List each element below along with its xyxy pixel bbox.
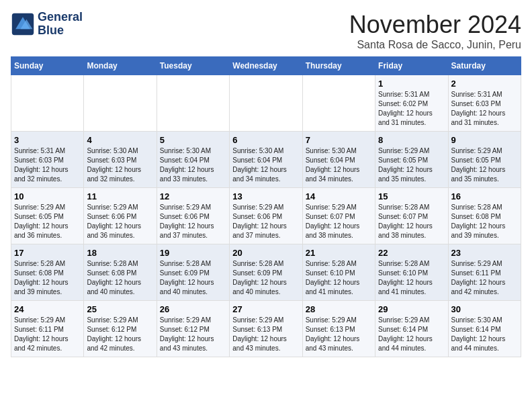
day-info: Sunrise: 5:29 AM Sunset: 6:13 PM Dayligh…	[232, 316, 299, 353]
weekday-header-friday: Friday	[375, 57, 448, 75]
day-cell: 10Sunrise: 5:29 AM Sunset: 6:05 PM Dayli…	[11, 188, 84, 244]
day-number: 13	[232, 191, 299, 201]
day-number: 15	[378, 191, 445, 201]
week-row-3: 10Sunrise: 5:29 AM Sunset: 6:05 PM Dayli…	[11, 188, 521, 244]
day-cell: 25Sunrise: 5:29 AM Sunset: 6:12 PM Dayli…	[84, 301, 157, 357]
header: General Blue November 2024 Santa Rosa de…	[11, 11, 521, 51]
day-number: 2	[451, 79, 518, 89]
day-info: Sunrise: 5:30 AM Sunset: 6:14 PM Dayligh…	[451, 316, 518, 353]
day-number: 19	[160, 248, 226, 258]
calendar-table: SundayMondayTuesdayWednesdayThursdayFrid…	[11, 56, 521, 357]
day-info: Sunrise: 5:29 AM Sunset: 6:06 PM Dayligh…	[160, 203, 226, 240]
day-cell: 8Sunrise: 5:29 AM Sunset: 6:05 PM Daylig…	[375, 132, 448, 188]
day-number: 6	[232, 135, 299, 145]
day-number: 10	[14, 191, 81, 201]
day-info: Sunrise: 5:29 AM Sunset: 6:05 PM Dayligh…	[14, 203, 81, 240]
day-info: Sunrise: 5:31 AM Sunset: 6:02 PM Dayligh…	[378, 90, 445, 128]
day-number: 18	[87, 248, 153, 258]
day-cell: 1Sunrise: 5:31 AM Sunset: 6:02 PM Daylig…	[375, 75, 448, 132]
weekday-header-monday: Monday	[84, 57, 157, 75]
day-number: 22	[378, 248, 445, 258]
title-area: November 2024 Santa Rosa de Sacco, Junin…	[349, 11, 521, 51]
day-cell: 19Sunrise: 5:28 AM Sunset: 6:09 PM Dayli…	[157, 244, 229, 301]
day-number: 25	[87, 304, 153, 314]
day-cell: 28Sunrise: 5:29 AM Sunset: 6:13 PM Dayli…	[302, 301, 375, 357]
day-cell	[230, 75, 302, 132]
day-cell: 4Sunrise: 5:30 AM Sunset: 6:03 PM Daylig…	[84, 132, 157, 188]
day-cell: 5Sunrise: 5:30 AM Sunset: 6:04 PM Daylig…	[157, 132, 229, 188]
logo-icon	[11, 12, 35, 36]
day-number: 5	[160, 135, 226, 145]
day-info: Sunrise: 5:29 AM Sunset: 6:12 PM Dayligh…	[160, 316, 226, 353]
day-cell	[84, 75, 157, 132]
day-cell: 23Sunrise: 5:29 AM Sunset: 6:11 PM Dayli…	[448, 244, 521, 301]
day-info: Sunrise: 5:29 AM Sunset: 6:06 PM Dayligh…	[232, 203, 299, 240]
day-number: 16	[451, 191, 518, 201]
day-info: Sunrise: 5:30 AM Sunset: 6:04 PM Dayligh…	[160, 146, 226, 184]
day-info: Sunrise: 5:28 AM Sunset: 6:08 PM Dayligh…	[14, 259, 81, 297]
month-title: November 2024	[349, 11, 521, 39]
day-info: Sunrise: 5:28 AM Sunset: 6:10 PM Dayligh…	[306, 259, 372, 297]
day-info: Sunrise: 5:29 AM Sunset: 6:06 PM Dayligh…	[87, 203, 153, 240]
day-info: Sunrise: 5:28 AM Sunset: 6:08 PM Dayligh…	[87, 259, 153, 297]
logo: General Blue	[11, 11, 83, 38]
day-cell: 14Sunrise: 5:29 AM Sunset: 6:07 PM Dayli…	[302, 188, 375, 244]
day-cell: 6Sunrise: 5:30 AM Sunset: 6:04 PM Daylig…	[230, 132, 302, 188]
day-number: 1	[378, 79, 445, 89]
week-row-4: 17Sunrise: 5:28 AM Sunset: 6:08 PM Dayli…	[11, 244, 521, 301]
weekday-header-sunday: Sunday	[11, 57, 84, 75]
day-number: 17	[14, 248, 81, 258]
day-info: Sunrise: 5:30 AM Sunset: 6:03 PM Dayligh…	[87, 146, 153, 184]
day-info: Sunrise: 5:29 AM Sunset: 6:07 PM Dayligh…	[306, 203, 372, 240]
day-number: 26	[160, 304, 226, 314]
day-cell: 3Sunrise: 5:31 AM Sunset: 6:03 PM Daylig…	[11, 132, 84, 188]
day-cell: 12Sunrise: 5:29 AM Sunset: 6:06 PM Dayli…	[157, 188, 229, 244]
day-info: Sunrise: 5:28 AM Sunset: 6:07 PM Dayligh…	[378, 203, 445, 240]
day-info: Sunrise: 5:29 AM Sunset: 6:12 PM Dayligh…	[87, 316, 153, 353]
day-info: Sunrise: 5:28 AM Sunset: 6:10 PM Dayligh…	[378, 259, 445, 297]
week-row-2: 3Sunrise: 5:31 AM Sunset: 6:03 PM Daylig…	[11, 132, 521, 188]
day-number: 7	[306, 135, 372, 145]
location-title: Santa Rosa de Sacco, Junin, Peru	[349, 39, 521, 51]
day-cell: 21Sunrise: 5:28 AM Sunset: 6:10 PM Dayli…	[302, 244, 375, 301]
day-cell: 26Sunrise: 5:29 AM Sunset: 6:12 PM Dayli…	[157, 301, 229, 357]
day-number: 11	[87, 191, 153, 201]
day-info: Sunrise: 5:28 AM Sunset: 6:08 PM Dayligh…	[451, 203, 518, 240]
weekday-header-thursday: Thursday	[302, 57, 375, 75]
day-info: Sunrise: 5:29 AM Sunset: 6:14 PM Dayligh…	[378, 316, 445, 353]
weekday-header-tuesday: Tuesday	[157, 57, 229, 75]
day-info: Sunrise: 5:28 AM Sunset: 6:09 PM Dayligh…	[232, 259, 299, 297]
day-number: 20	[232, 248, 299, 258]
day-cell: 18Sunrise: 5:28 AM Sunset: 6:08 PM Dayli…	[84, 244, 157, 301]
day-cell: 13Sunrise: 5:29 AM Sunset: 6:06 PM Dayli…	[230, 188, 302, 244]
weekday-header-saturday: Saturday	[448, 57, 521, 75]
day-number: 29	[378, 304, 445, 314]
day-number: 4	[87, 135, 153, 145]
day-number: 3	[14, 135, 81, 145]
day-number: 24	[14, 304, 81, 314]
day-number: 21	[306, 248, 372, 258]
day-number: 23	[451, 248, 518, 258]
day-cell: 7Sunrise: 5:30 AM Sunset: 6:04 PM Daylig…	[302, 132, 375, 188]
day-info: Sunrise: 5:29 AM Sunset: 6:13 PM Dayligh…	[306, 316, 372, 353]
day-number: 27	[232, 304, 299, 314]
day-cell: 29Sunrise: 5:29 AM Sunset: 6:14 PM Dayli…	[375, 301, 448, 357]
day-number: 12	[160, 191, 226, 201]
day-cell: 24Sunrise: 5:29 AM Sunset: 6:11 PM Dayli…	[11, 301, 84, 357]
day-cell: 30Sunrise: 5:30 AM Sunset: 6:14 PM Dayli…	[448, 301, 521, 357]
day-info: Sunrise: 5:29 AM Sunset: 6:11 PM Dayligh…	[14, 316, 81, 353]
day-info: Sunrise: 5:30 AM Sunset: 6:04 PM Dayligh…	[232, 146, 299, 184]
day-info: Sunrise: 5:31 AM Sunset: 6:03 PM Dayligh…	[14, 146, 81, 184]
day-cell	[157, 75, 229, 132]
day-cell: 16Sunrise: 5:28 AM Sunset: 6:08 PM Dayli…	[448, 188, 521, 244]
day-info: Sunrise: 5:28 AM Sunset: 6:09 PM Dayligh…	[160, 259, 226, 297]
day-info: Sunrise: 5:29 AM Sunset: 6:05 PM Dayligh…	[378, 146, 445, 184]
day-number: 28	[306, 304, 372, 314]
day-cell: 20Sunrise: 5:28 AM Sunset: 6:09 PM Dayli…	[230, 244, 302, 301]
weekday-header-row: SundayMondayTuesdayWednesdayThursdayFrid…	[11, 57, 521, 75]
day-cell: 2Sunrise: 5:31 AM Sunset: 6:03 PM Daylig…	[448, 75, 521, 132]
day-cell: 27Sunrise: 5:29 AM Sunset: 6:13 PM Dayli…	[230, 301, 302, 357]
weekday-header-wednesday: Wednesday	[230, 57, 302, 75]
day-cell	[302, 75, 375, 132]
day-cell: 15Sunrise: 5:28 AM Sunset: 6:07 PM Dayli…	[375, 188, 448, 244]
